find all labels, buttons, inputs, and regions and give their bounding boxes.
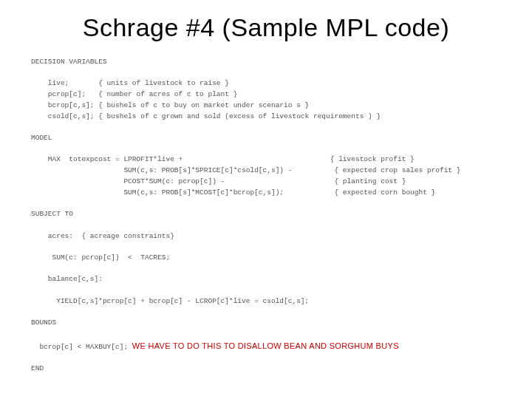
slide: Schrage #4 (Sample MPL code) DECISION VA…: [0, 0, 532, 399]
code-line: BOUNDS: [31, 318, 56, 327]
code-line: YIELD[c,s]*pcrop[c] + bcrop[c] - LCROP[c…: [31, 297, 309, 305]
code-line: END: [31, 364, 44, 372]
code-line: SUBJECT TO: [31, 210, 73, 218]
code-line: MAX totexpcost = LPROFIT*live + { livest…: [31, 155, 415, 163]
code-line: bcrop[c] < MAXBUY[c];: [31, 343, 132, 351]
code-line: SUM(c,s: PROB[s]*SPRICE[c]*csold[c,s]) -…: [31, 166, 461, 174]
code-block: DECISION VARIABLES live; { units of live…: [31, 57, 532, 375]
code-line: balance[c,s]:: [31, 275, 103, 283]
code-line: SUM(c,s: PROB[s]*MCOST[c]*bcrop[c,s]); {…: [31, 188, 435, 197]
code-line: DECISION VARIABLES: [31, 58, 107, 66]
code-line: acres: { acreage constraints}: [31, 232, 174, 240]
code-line: csold[c,s]; { bushels of c grown and sol…: [31, 112, 381, 120]
code-line: bcrop[c,s]; { bushels of c to buy on mar…: [31, 101, 309, 109]
slide-title: Schrage #4 (Sample MPL code): [0, 0, 532, 42]
code-line: PCOST*SUM(c: pcrop[c]) - { planting cost…: [31, 177, 406, 185]
code-line: live; { units of livestock to raise }: [31, 79, 229, 87]
inline-annotation: WE HAVE TO DO THIS TO DISALLOW BEAN AND …: [132, 341, 399, 350]
code-line: MODEL: [31, 134, 52, 142]
code-line: pcrop[c]; { number of acres of c to plan…: [31, 90, 237, 98]
code-line: SUM(c: pcrop[c]) < TACRES;: [31, 253, 170, 262]
